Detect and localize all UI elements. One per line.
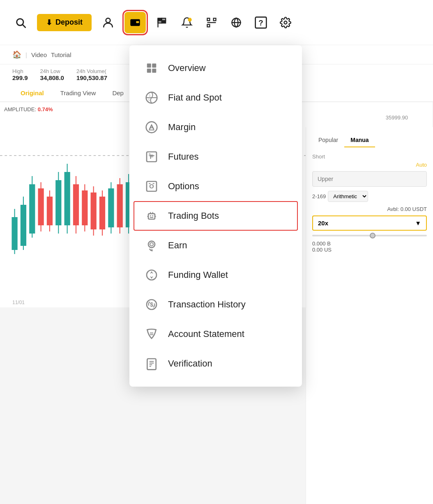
futures-icon: F bbox=[144, 149, 159, 164]
menu-label-futures: Futures bbox=[168, 151, 199, 162]
menu-item-funding-wallet[interactable]: Funding Wallet bbox=[129, 260, 302, 290]
menu-label-fiat-spot: Fiat and Spot bbox=[168, 92, 222, 103]
svg-rect-63 bbox=[152, 69, 156, 73]
svg-rect-7 bbox=[158, 21, 162, 23]
options-icon: O bbox=[144, 179, 159, 194]
menu-label-verification: Verification bbox=[168, 358, 212, 369]
overview-icon bbox=[144, 61, 159, 76]
tab-original[interactable]: Original bbox=[12, 85, 52, 102]
home-icon[interactable]: 🏠 bbox=[12, 50, 21, 59]
svg-point-2 bbox=[106, 18, 111, 23]
tab-dep[interactable]: Dep bbox=[104, 85, 132, 102]
menu-label-options: Options bbox=[168, 181, 199, 192]
menu-label-transaction-history: Transaction History bbox=[168, 299, 246, 310]
trading-bots-icon bbox=[144, 208, 159, 223]
scan-icon[interactable] bbox=[203, 14, 220, 31]
menu-item-overview[interactable]: Overview bbox=[129, 53, 302, 83]
svg-rect-77 bbox=[148, 214, 155, 219]
top-nav: ⬇ Deposit bbox=[0, 0, 433, 45]
stat-low: 24h Low 34,808.0 bbox=[40, 68, 64, 81]
menu-label-margin: Margin bbox=[168, 122, 196, 133]
settings-icon[interactable] bbox=[277, 14, 294, 31]
menu-item-earn[interactable]: Earn bbox=[129, 231, 302, 260]
earn-icon bbox=[144, 238, 159, 253]
svg-rect-13 bbox=[207, 24, 210, 27]
deposit-icon: ⬇ bbox=[46, 18, 52, 27]
breadcrumb-video[interactable]: Video bbox=[31, 51, 47, 58]
breadcrumb-tutorial[interactable]: Tutorial bbox=[51, 51, 71, 58]
deposit-label: Deposit bbox=[55, 18, 83, 27]
auto-label: Auto bbox=[312, 162, 427, 168]
menu-item-account-statement[interactable]: Account Statement bbox=[129, 319, 302, 349]
right-sub-label: Short bbox=[312, 151, 427, 162]
menu-label-overview: Overview bbox=[168, 63, 206, 73]
stat-volume: 24h Volume( 190,530.87 bbox=[76, 68, 107, 81]
svg-rect-11 bbox=[207, 18, 210, 21]
svg-text:$: $ bbox=[150, 301, 153, 308]
flag-icon[interactable] bbox=[154, 14, 170, 31]
menu-item-trading-bots[interactable]: Trading Bots bbox=[134, 201, 298, 231]
account-icon[interactable] bbox=[100, 14, 116, 31]
svg-rect-95 bbox=[147, 359, 156, 370]
fiat-spot-icon bbox=[144, 90, 159, 105]
svg-rect-61 bbox=[152, 64, 156, 68]
tab-manual[interactable]: Manua bbox=[344, 133, 375, 147]
right-tabs: Popular Manua bbox=[312, 133, 427, 147]
menu-item-fiat-and-spot[interactable]: Fiat and Spot bbox=[129, 83, 302, 112]
svg-rect-79 bbox=[152, 215, 153, 217]
svg-point-10 bbox=[188, 18, 191, 21]
funding-wallet-icon bbox=[144, 268, 159, 282]
menu-item-options[interactable]: O Options bbox=[129, 172, 302, 201]
stat-high: High 299.9 bbox=[12, 68, 28, 81]
menu-item-margin[interactable]: Margin bbox=[129, 112, 302, 142]
svg-line-1 bbox=[23, 25, 25, 27]
transaction-history-icon: $ bbox=[144, 297, 159, 312]
svg-text:O: O bbox=[149, 183, 154, 190]
upper-input[interactable] bbox=[312, 171, 427, 187]
help-icon[interactable]: ? bbox=[253, 14, 269, 31]
svg-rect-8 bbox=[162, 21, 166, 23]
svg-text:F: F bbox=[150, 153, 154, 160]
tab-trading-view[interactable]: Trading View bbox=[52, 85, 104, 102]
menu-item-futures[interactable]: F Futures bbox=[129, 142, 302, 172]
menu-label-funding-wallet: Funding Wallet bbox=[168, 270, 228, 280]
svg-text:?: ? bbox=[258, 18, 263, 27]
svg-point-18 bbox=[284, 21, 287, 24]
svg-rect-12 bbox=[214, 18, 216, 21]
menu-item-verification[interactable]: Verification bbox=[129, 349, 302, 378]
verification-icon bbox=[144, 356, 159, 371]
search-icon[interactable] bbox=[12, 14, 29, 31]
range-row: 2-169 Arithmetic Geometric bbox=[312, 191, 427, 202]
account-statement-icon bbox=[144, 327, 159, 341]
notification-icon[interactable] bbox=[179, 14, 195, 31]
svg-rect-78 bbox=[150, 215, 151, 217]
tab-popular[interactable]: Popular bbox=[312, 133, 344, 147]
values-row: 0.000 B 0.00 US bbox=[312, 241, 427, 253]
svg-rect-60 bbox=[147, 64, 151, 68]
avbl-row: Avbl: 0.00 USDT bbox=[312, 206, 427, 212]
deposit-button[interactable]: ⬇ Deposit bbox=[37, 14, 92, 31]
margin-icon bbox=[144, 120, 159, 135]
slider-row bbox=[312, 235, 427, 236]
menu-label-trading-bots: Trading Bots bbox=[168, 211, 219, 221]
wallet-dropdown-menu: Overview Fiat and Spot bbox=[129, 45, 302, 387]
arithmetic-select[interactable]: Arithmetic Geometric bbox=[328, 191, 368, 202]
leverage-row[interactable]: 20x ▼ bbox=[312, 215, 427, 231]
svg-rect-4 bbox=[136, 21, 139, 23]
svg-rect-62 bbox=[147, 69, 151, 73]
globe-icon[interactable] bbox=[228, 14, 244, 31]
menu-item-transaction-history[interactable]: $ Transaction History bbox=[129, 290, 302, 319]
menu-label-account-statement: Account Statement bbox=[168, 329, 244, 339]
wallet-button[interactable] bbox=[124, 12, 146, 33]
svg-point-86 bbox=[150, 243, 153, 246]
right-panel: Popular Manua Short Auto 2-169 Arithmeti… bbox=[306, 127, 433, 504]
menu-label-earn: Earn bbox=[168, 240, 187, 251]
